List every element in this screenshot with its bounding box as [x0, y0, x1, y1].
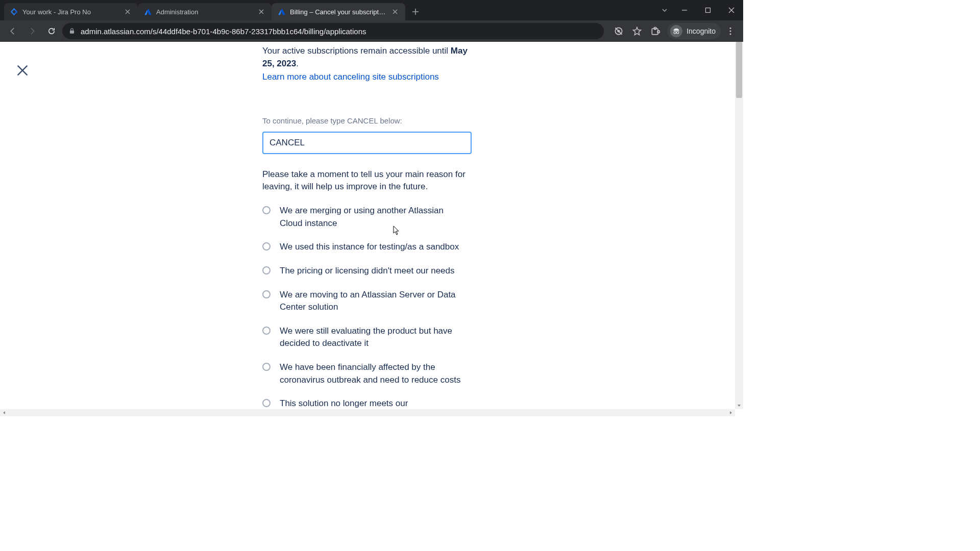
nav-back-button[interactable]: [4, 22, 21, 40]
radio-icon: [262, 206, 271, 214]
kebab-menu-icon[interactable]: [722, 22, 739, 40]
svg-rect-0: [706, 8, 710, 13]
radio-icon: [262, 266, 271, 274]
svg-rect-1: [70, 31, 74, 34]
window-minimize-button[interactable]: [673, 2, 696, 19]
svg-point-8: [677, 32, 679, 34]
intro-text: Your active subscriptions remain accessi…: [262, 45, 472, 70]
bookmark-star-icon[interactable]: [628, 22, 646, 40]
cancel-form: Your active subscriptions remain accessi…: [262, 45, 472, 416]
radio-icon: [262, 363, 271, 371]
scroll-down-arrow-icon[interactable]: [735, 402, 743, 409]
tab-title: Billing – Cancel your subscription: [290, 8, 387, 16]
reason-option[interactable]: We have been financially affected by the…: [262, 361, 472, 386]
browser-chrome: Your work - Jira Pro No Administration B…: [0, 0, 743, 42]
atlassian-favicon-icon: [144, 8, 152, 15]
window-maximize-button[interactable]: [696, 2, 720, 19]
tracking-blocked-icon[interactable]: [610, 22, 627, 40]
incognito-icon: [670, 25, 682, 37]
scroll-left-arrow-icon[interactable]: [0, 409, 8, 416]
reason-prompt: Please take a moment to tell us your mai…: [262, 168, 472, 193]
atlassian-favicon-icon: [278, 8, 285, 15]
radio-icon: [262, 327, 271, 335]
radio-icon: [262, 399, 271, 407]
reason-label: We are moving to an Atlassian Server or …: [280, 289, 463, 314]
reason-option[interactable]: The pricing or licensing didn't meet our…: [262, 265, 472, 278]
reason-label: The pricing or licensing didn't meet our…: [280, 265, 455, 278]
reason-option[interactable]: We used this instance for testing/as a s…: [262, 241, 472, 254]
tab-billing-cancel[interactable]: Billing – Cancel your subscription: [272, 3, 405, 20]
tab-title: Your work - Jira Pro No: [22, 8, 119, 16]
tab-close-icon[interactable]: [257, 8, 265, 16]
incognito-indicator[interactable]: Incognito: [667, 23, 721, 39]
address-bar[interactable]: [62, 23, 604, 39]
reason-label: We used this instance for testing/as a s…: [280, 241, 459, 254]
tab-strip: Your work - Jira Pro No Administration B…: [0, 0, 743, 20]
svg-point-11: [730, 33, 731, 35]
reason-label: We were still evaluating the product but…: [280, 325, 463, 350]
confirm-input[interactable]: [262, 132, 472, 154]
reason-label: We have been financially affected by the…: [280, 361, 463, 386]
svg-point-7: [674, 32, 676, 34]
tab-administration[interactable]: Administration: [138, 3, 272, 20]
svg-point-9: [730, 28, 731, 29]
lock-icon: [68, 28, 76, 35]
nav-forward-button[interactable]: [23, 22, 41, 40]
tab-jira[interactable]: Your work - Jira Pro No: [4, 3, 138, 20]
reason-option[interactable]: We were still evaluating the product but…: [262, 325, 472, 350]
dialog-close-button[interactable]: [13, 61, 32, 80]
reason-radio-group: We are merging or using another Atlassia…: [262, 205, 472, 416]
nav-reload-button[interactable]: [43, 22, 60, 40]
page-viewport: Your active subscriptions remain accessi…: [0, 42, 743, 416]
horizontal-scrollbar[interactable]: [0, 409, 735, 416]
tab-overflow-icon[interactable]: [656, 7, 673, 14]
radio-icon: [262, 290, 271, 298]
vertical-scrollbar[interactable]: [735, 42, 743, 409]
browser-toolbar: Incognito: [0, 20, 743, 42]
reason-option[interactable]: We are merging or using another Atlassia…: [262, 205, 472, 230]
incognito-label: Incognito: [687, 27, 716, 35]
scroll-right-arrow-icon[interactable]: [727, 409, 735, 416]
url-input[interactable]: [81, 27, 598, 36]
learn-more-link[interactable]: Learn more about canceling site subscrip…: [262, 71, 439, 84]
reason-label: We are merging or using another Atlassia…: [280, 205, 463, 230]
radio-icon: [262, 242, 271, 251]
intro-prefix: Your active subscriptions remain accessi…: [262, 46, 451, 56]
svg-rect-6: [657, 31, 659, 33]
window-close-button[interactable]: [720, 2, 743, 19]
new-tab-button[interactable]: [408, 5, 423, 19]
intro-suffix: .: [296, 59, 299, 68]
tab-close-icon[interactable]: [124, 8, 132, 16]
svg-point-10: [730, 31, 731, 32]
scrollbar-thumb[interactable]: [736, 42, 742, 98]
extensions-icon[interactable]: [647, 22, 664, 40]
tab-title: Administration: [156, 8, 253, 16]
jira-favicon-icon: [10, 8, 18, 16]
tab-close-icon[interactable]: [391, 8, 399, 16]
window-controls: [656, 0, 743, 20]
confirm-label: To continue, please type CANCEL below:: [262, 115, 472, 127]
reason-option[interactable]: We are moving to an Atlassian Server or …: [262, 289, 472, 314]
